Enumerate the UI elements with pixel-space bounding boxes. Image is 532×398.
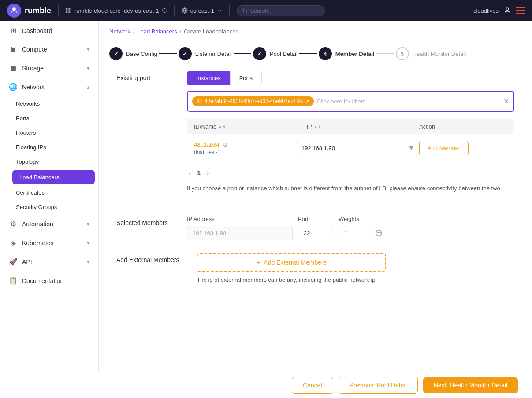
sidebar-item-certificates[interactable]: Certificates	[9, 185, 98, 200]
step-connector-4	[376, 53, 394, 54]
sidebar-item-label: Documentation	[22, 277, 63, 284]
sidebar-item-compute[interactable]: 🖥 Compute ▾	[0, 40, 98, 59]
sort-icon-ip[interactable]: ▲▼	[314, 125, 322, 129]
previous-button[interactable]: Previous: Pool Detail	[339, 377, 418, 394]
svg-rect-4	[69, 11, 71, 13]
add-external-members-button[interactable]: + Add External Members	[197, 253, 386, 272]
member-ip-input[interactable]	[187, 226, 293, 240]
kubernetes-icon: ◈	[9, 239, 18, 247]
sidebar-item-api[interactable]: 🚀 API ▾	[0, 252, 98, 271]
globe-icon	[182, 7, 188, 14]
sidebar-item-floating-ips[interactable]: Floating IPs	[9, 140, 98, 155]
step-circle-3	[253, 47, 266, 60]
sidebar-item-dashboard[interactable]: ⊞ Dashboard	[0, 21, 98, 40]
sidebar-sub-label: Routers	[16, 129, 36, 136]
sidebar-item-ports[interactable]: Ports	[9, 111, 98, 125]
add-member-button[interactable]: Add Member	[419, 141, 469, 155]
table-cell-action: Add Member	[419, 141, 507, 155]
instance-name: dnat_test-1	[194, 149, 296, 155]
sidebar-item-routers[interactable]: Routers	[9, 125, 98, 140]
search-box[interactable]	[237, 5, 325, 16]
step-label-2: Listener Detail	[195, 51, 232, 57]
top-nav-right: cloudlives	[473, 7, 525, 14]
breadcrumb-network[interactable]: Network	[109, 28, 130, 35]
step-circle-1	[109, 47, 123, 60]
region-selector[interactable]: us-east-1	[182, 7, 222, 14]
col-header-id: ID/Name ▲▼	[194, 123, 307, 130]
external-info-text: The ip of external members can be any, i…	[197, 276, 386, 284]
member-port-input[interactable]	[298, 226, 333, 240]
region-name: us-east-1	[190, 7, 214, 14]
svg-point-8	[506, 8, 508, 10]
breadcrumb-load-balancers[interactable]: Load Balancers	[137, 28, 177, 35]
sidebar-sub-label: Floating IPs	[16, 144, 46, 151]
sidebar-item-label: Network	[22, 84, 45, 91]
col-action-label: Action	[419, 123, 435, 130]
sidebar-item-security-groups[interactable]: Security Groups	[9, 200, 98, 214]
step-circle-4: 4	[319, 47, 332, 60]
sidebar-item-label: Compute	[22, 46, 47, 53]
pagination-prev[interactable]: ‹	[187, 169, 193, 177]
filter-tag-value: 48e2ab34-4938-43c7-a908-4be901ec1f9c	[205, 98, 303, 104]
step-listener-detail: Listener Detail	[179, 47, 232, 60]
sidebar-sub-label: Networks	[16, 100, 40, 107]
instance-id-link[interactable]: 48e2ab34	[194, 141, 219, 148]
sidebar-item-label: Automation	[22, 221, 53, 228]
sidebar-item-kubernetes[interactable]: ◈ Kubernetes ▾	[0, 233, 98, 252]
network-subnav: Networks Ports Routers Floating IPs Topo…	[0, 96, 98, 214]
next-button[interactable]: Next: Health Monitor Detail	[423, 377, 518, 393]
copy-icon[interactable]: ⧉	[223, 141, 227, 148]
member-row: ⊖	[187, 226, 514, 240]
username: cloudlives	[473, 7, 499, 14]
step-member-detail: 4 Member Detail	[319, 47, 375, 60]
filter-input-wrapper[interactable]: ID 48e2ab34-4938-43c7-a908-4be901ec1f9c …	[187, 91, 514, 112]
filter-clear-button[interactable]: ✕	[503, 97, 509, 106]
dashboard-icon: ⊞	[9, 26, 18, 35]
chevron-down-icon: ▾	[87, 259, 89, 265]
sidebar-item-networks[interactable]: Networks	[9, 96, 98, 111]
sort-icon-id[interactable]: ▲▼	[218, 125, 226, 129]
svg-line-7	[246, 11, 247, 12]
filter-placeholder: Click here for filters.	[316, 98, 367, 105]
svg-rect-2	[69, 8, 71, 10]
pagination-current: 1	[197, 170, 201, 177]
tab-instances[interactable]: Instances	[187, 71, 230, 85]
pagination: ‹ 1 ›	[187, 169, 514, 177]
step-circle-5: 5	[396, 47, 409, 60]
filter-tag-remove[interactable]: ×	[306, 98, 309, 105]
table-cell-id: 48e2ab34 ⧉ dnat_test-1	[194, 140, 296, 155]
svg-point-6	[243, 9, 246, 12]
step-pool-detail: Pool Detail	[253, 47, 298, 60]
sidebar-sub-label: Load Balancers	[19, 174, 59, 181]
step-connector-1	[159, 53, 177, 54]
remove-member-button[interactable]: ⊖	[375, 228, 383, 238]
sidebar-sub-label: Security Groups	[16, 204, 57, 210]
cancel-button[interactable]: Cancel	[292, 377, 333, 394]
col-weights-label: Weights	[339, 216, 369, 222]
search-input[interactable]	[250, 7, 319, 14]
plus-icon: +	[257, 259, 260, 266]
refresh-icon	[162, 8, 167, 13]
sidebar-item-network[interactable]: 🌐 Network ▴	[0, 77, 98, 96]
sidebar-item-label: Dashboard	[22, 27, 52, 34]
member-weight-input[interactable]	[339, 226, 369, 240]
sidebar-item-documentation[interactable]: 📋 Documentation	[0, 271, 98, 290]
sidebar-item-topology[interactable]: Topology	[9, 155, 98, 169]
sidebar-item-automation[interactable]: ⚙ Automation ▾	[0, 214, 98, 233]
pagination-next[interactable]: ›	[205, 169, 211, 177]
sidebar-sub-label: Topology	[16, 158, 39, 165]
sidebar-item-load-balancers[interactable]: Load Balancers	[12, 170, 95, 184]
svg-rect-3	[67, 11, 68, 13]
ip-select[interactable]: 192.168.1.90	[296, 141, 419, 155]
storage-icon: ◼	[9, 64, 18, 72]
app-logo[interactable]: rumble	[7, 4, 51, 18]
tab-ports[interactable]: Ports	[230, 71, 262, 85]
project-selector[interactable]: rumble-cloud-core_dev-us-east-1	[66, 7, 167, 14]
sidebar-item-storage[interactable]: ◼ Storage ▾	[0, 59, 98, 77]
app-body: ⊞ Dashboard 🖥 Compute ▾ ◼ Storage ▾ 🌐 Ne…	[0, 21, 532, 372]
table-row: 48e2ab34 ⧉ dnat_test-1 192.168.1.90	[187, 134, 514, 162]
docs-icon: 📋	[9, 276, 18, 285]
step-label-3: Pool Detail	[270, 51, 298, 57]
hamburger-menu[interactable]	[516, 7, 525, 14]
col-ip-label: IP	[307, 123, 312, 130]
